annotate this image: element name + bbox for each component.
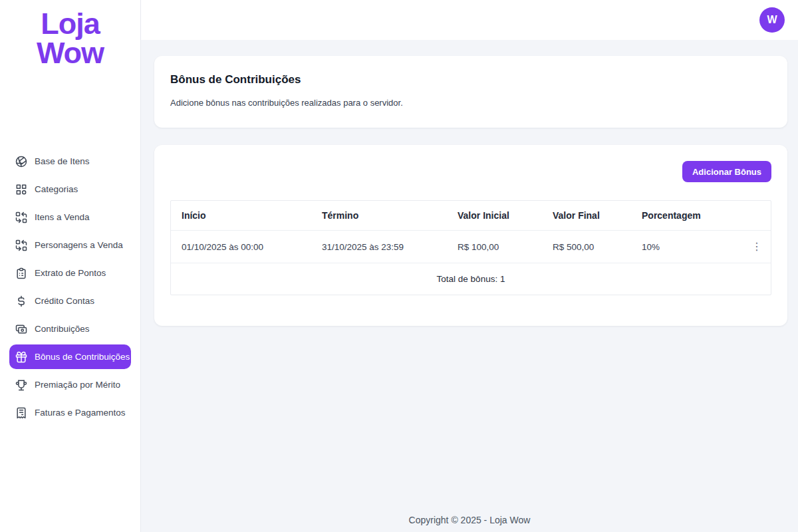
table-header-row: Início Término Valor Inicial Valor Final… (171, 201, 771, 230)
table-row: 01/10/2025 às 00:00 31/10/2025 às 23:59 … (171, 230, 771, 263)
sidebar-item-bonus-de-contribuicoes[interactable]: Bônus de Contribuições (9, 344, 131, 369)
category-grid-icon (15, 183, 28, 196)
sidebar-nav: Base de Itens Categorias Itens a Venda P… (0, 149, 140, 428)
column-header-valor-final: Valor Final (542, 210, 631, 221)
bonus-table: Início Término Valor Inicial Valor Final… (170, 200, 771, 295)
sidebar-item-base-de-itens[interactable]: Base de Itens (9, 149, 131, 174)
gift-icon (15, 350, 28, 364)
column-header-termino: Término (311, 210, 447, 221)
topbar: W (141, 0, 798, 40)
column-header-inicio: Início (171, 210, 311, 221)
page-content: Bônus de Contribuições Adicione bônus na… (141, 40, 798, 505)
sidebar-item-categorias[interactable]: Categorias (9, 177, 131, 201)
trophy-icon (15, 378, 28, 392)
sidebar-item-label: Crédito Contas (35, 296, 94, 306)
table-footer-total: Total de bônus: 1 (171, 263, 771, 295)
sidebar-item-label: Personagens a Venda (35, 240, 123, 250)
logo-line2: Wow (0, 39, 140, 68)
clipboard-list-icon (15, 267, 28, 280)
bonus-table-card: Adicionar Bônus Início Término Valor Ini… (154, 145, 787, 326)
sidebar-item-faturas-e-pagamentos[interactable]: Faturas e Pagamentos (9, 400, 131, 425)
column-header-valor-inicial: Valor Inicial (447, 210, 542, 221)
page-header-card: Bônus de Contribuições Adicione bônus na… (154, 56, 787, 128)
sidebar-item-label: Premiação por Mérito (35, 380, 120, 390)
user-avatar[interactable]: W (759, 7, 785, 33)
sidebar-item-itens-a-venda[interactable]: Itens a Venda (9, 205, 131, 229)
swap-icon (15, 239, 28, 252)
main-column: W Bônus de Contribuições Adicione bônus … (141, 0, 798, 532)
cash-icon (15, 323, 28, 336)
sidebar-item-label: Bônus de Contribuições (35, 352, 130, 362)
aperture-icon (15, 155, 28, 168)
sidebar-item-credito-contas[interactable]: Crédito Contas (9, 289, 131, 313)
cell-inicio: 01/10/2025 às 00:00 (171, 242, 311, 252)
cell-valor-inicial: R$ 100,00 (447, 242, 542, 252)
dollar-icon (15, 295, 28, 308)
table-toolbar: Adicionar Bônus (170, 161, 771, 182)
swap-icon (15, 211, 28, 224)
row-actions-kebab-icon[interactable]: ⋮ (747, 239, 766, 255)
sidebar: Loja Wow Base de Itens Categorias Itens … (0, 0, 141, 532)
sidebar-item-label: Extrato de Pontos (35, 268, 106, 278)
cell-valor-final: R$ 500,00 (542, 242, 631, 252)
page-footer: Copyright © 2025 - Loja Wow (141, 505, 798, 532)
sidebar-item-label: Contribuições (35, 324, 90, 334)
sidebar-item-label: Categorias (35, 184, 78, 194)
sidebar-item-label: Base de Itens (35, 156, 90, 166)
sidebar-item-extrato-de-pontos[interactable]: Extrato de Pontos (9, 261, 131, 285)
logo-line1: Loja (0, 9, 140, 39)
cell-termino: 31/10/2025 às 23:59 (311, 242, 447, 252)
page-title: Bônus de Contribuições (170, 73, 771, 86)
receipt-icon (15, 406, 28, 420)
sidebar-item-label: Itens a Venda (35, 212, 90, 222)
sidebar-item-label: Faturas e Pagamentos (35, 408, 126, 418)
app-logo: Loja Wow (0, 0, 140, 85)
sidebar-item-contribuicoes[interactable]: Contribuições (9, 317, 131, 341)
sidebar-item-personagens-a-venda[interactable]: Personagens a Venda (9, 233, 131, 257)
page-subtitle: Adicione bônus nas contribuições realiza… (170, 98, 771, 108)
add-bonus-button[interactable]: Adicionar Bônus (682, 161, 771, 182)
column-header-porcentagem: Porcentagem (631, 210, 747, 221)
cell-porcentagem: 10% (631, 242, 747, 252)
sidebar-item-premiacao-por-merito[interactable]: Premiação por Mérito (9, 372, 131, 397)
